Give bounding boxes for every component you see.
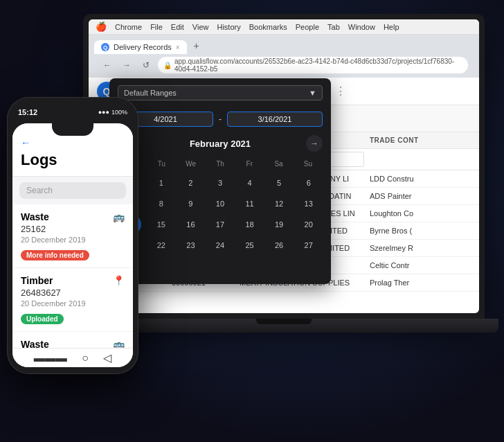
dp-day-4[interactable]: 4	[240, 173, 260, 193]
address-bar[interactable]: 🔒 app.qualisflow.com/accounts/26532b6e-a…	[158, 57, 468, 73]
cell-trade: Prolag Ther	[370, 279, 474, 287]
phone-item-icon-2: 📍	[113, 275, 125, 286]
dp-day-9[interactable]: 9	[181, 194, 200, 213]
phone-item-date-2: 20 December 2019	[21, 299, 125, 308]
dp-day-19[interactable]: 19	[269, 215, 289, 234]
phone: 15:12 ●●● 100% ← Logs Search Waste 🚌 251…	[7, 97, 138, 374]
dp-day-5[interactable]: 5	[269, 173, 289, 193]
dp-day-25[interactable]: 25	[240, 236, 260, 255]
laptop-bezel: 🍎 Chrome File Edit View History Bookmark…	[83, 14, 485, 319]
dp-weekdays: Mo Tu We Th Fr Sa Su	[118, 159, 323, 169]
phone-page-title: Logs	[21, 151, 125, 169]
dp-day-1[interactable]: 1	[152, 173, 171, 193]
lock-icon: 🔒	[163, 62, 172, 69]
tabs-row: Q Delivery Records × +	[94, 37, 474, 54]
dp-day-6[interactable]: 6	[299, 173, 318, 193]
battery-indicator: 100%	[111, 109, 127, 116]
mac-menu-items: Chrome File Edit View History Bookmarks …	[115, 23, 399, 31]
more-options-button[interactable]: ⋮	[335, 85, 346, 98]
tab-title: Delivery Records	[114, 43, 172, 51]
phone-item-header-3: Waste 🚌	[21, 339, 125, 348]
phone-item-header-2: Timber 📍	[21, 275, 125, 286]
dp-day-13[interactable]: 13	[299, 194, 318, 213]
phone-item-badge-1: More info needed	[21, 250, 89, 260]
dp-day-20[interactable]: 20	[299, 215, 318, 234]
dp-day-17[interactable]: 17	[210, 215, 230, 234]
weekday-tu: Tu	[147, 159, 176, 169]
dp-days-grid: 1 2 3 4 5 6 7 8 9 10 11 12 13 1	[118, 173, 323, 276]
refresh-button[interactable]: ↺	[138, 58, 154, 73]
back-button[interactable]: ←	[100, 58, 115, 73]
dp-day-27[interactable]: 27	[299, 236, 318, 255]
dp-range-label: Default Ranges	[124, 89, 177, 97]
phone-home-indicator[interactable]: ▬▬▬	[34, 352, 67, 364]
phone-home-button[interactable]: ○	[82, 352, 89, 364]
weekday-we: We	[177, 159, 206, 169]
dp-separator: -	[219, 114, 222, 124]
phone-item-category-2: Timber	[21, 275, 53, 286]
dp-range-dropdown[interactable]: Default Ranges ▼	[118, 85, 323, 100]
forward-button[interactable]: →	[119, 58, 134, 73]
dp-day-12[interactable]: 12	[269, 194, 289, 213]
mac-menu-history[interactable]: History	[217, 23, 240, 31]
dp-day-18[interactable]: 18	[240, 215, 260, 234]
cell-trade: Szerelmey R	[370, 244, 474, 252]
dp-day-23[interactable]: 23	[181, 236, 200, 255]
mac-menu-view[interactable]: View	[192, 23, 209, 31]
dp-day-11[interactable]: 11	[240, 194, 260, 213]
phone-status-bar: 15:12 ●●● 100%	[12, 104, 133, 121]
tab-close-button[interactable]: ×	[176, 44, 180, 51]
mac-menu-help[interactable]: Help	[384, 23, 399, 31]
apple-icon: 🍎	[96, 21, 107, 32]
browser-tab[interactable]: Q Delivery Records ×	[94, 40, 187, 54]
col-header-trade: TRADE CONT	[370, 136, 474, 144]
dp-day-8[interactable]: 8	[152, 194, 171, 213]
dp-day-2[interactable]: 2	[181, 173, 200, 193]
chrome-toolbar: ← → ↺ 🔒 app.qualisflow.com/accounts/2653…	[94, 54, 474, 78]
mac-menu-bookmarks[interactable]: Bookmarks	[249, 23, 287, 31]
mac-menu-file[interactable]: File	[150, 23, 163, 31]
cell-trade: Celtic Contr	[370, 261, 474, 269]
dp-dropdown-arrow: ▼	[309, 89, 316, 97]
cell-trade: Byrne Bros (	[370, 227, 474, 235]
dp-next-button[interactable]: →	[306, 135, 323, 152]
phone-back-gesture[interactable]: ◁	[103, 351, 111, 364]
dp-to-input[interactable]: 3/16/2021	[227, 112, 323, 127]
mac-menu-window[interactable]: Window	[348, 23, 375, 31]
phone-back-button[interactable]: ←	[21, 137, 125, 148]
phone-item-badge-2: Uploaded	[21, 314, 64, 324]
mac-menu-edit[interactable]: Edit	[171, 23, 184, 31]
weekday-sa: Sa	[264, 159, 293, 169]
mac-menu-people[interactable]: People	[296, 23, 319, 31]
mac-menu-tab[interactable]: Tab	[327, 23, 340, 31]
laptop: 🍎 Chrome File Edit View History Bookmark…	[83, 14, 485, 374]
new-tab-button[interactable]: +	[188, 37, 205, 54]
phone-item-category-1: Waste	[21, 211, 49, 222]
mac-menu-chrome[interactable]: Chrome	[115, 23, 142, 31]
dp-day-16[interactable]: 16	[181, 215, 200, 234]
weekday-su: Su	[294, 159, 323, 169]
phone-bottom-bar: ▬▬▬ ○ ◁	[12, 348, 133, 367]
dp-day-22[interactable]: 22	[152, 236, 171, 255]
dp-day-15[interactable]: 15	[152, 215, 171, 234]
phone-item-icon-3: 🚌	[113, 339, 125, 348]
phone-status-icons: ●●● 100%	[98, 109, 127, 116]
dp-nav: ← February 2021 →	[109, 131, 331, 156]
phone-item-id-2: 26483627	[21, 288, 125, 298]
phone-item-date-1: 20 December 2019	[21, 236, 125, 244]
dp-day-24[interactable]: 24	[210, 236, 230, 255]
dp-day-10[interactable]: 10	[210, 194, 230, 213]
tab-favicon: Q	[101, 43, 109, 51]
phone-list-item[interactable]: Waste 🚌 84636	[12, 332, 133, 348]
dp-day-3[interactable]: 3	[210, 173, 230, 193]
phone-notch	[52, 123, 93, 136]
phone-search-bar[interactable]: Search	[19, 182, 126, 199]
phone-list-item[interactable]: Waste 🚌 25162 20 December 2019 More info…	[12, 204, 133, 268]
dp-day-26[interactable]: 26	[269, 236, 289, 255]
phone-list-item[interactable]: Timber 📍 26483627 20 December 2019 Uploa…	[12, 268, 133, 332]
phone-time: 15:12	[18, 108, 37, 116]
laptop-screen: 🍎 Chrome File Edit View History Bookmark…	[89, 19, 479, 313]
weekday-th: Th	[206, 159, 235, 169]
dp-month-year: February 2021	[190, 139, 251, 149]
phone-item-header-1: Waste 🚌	[21, 211, 125, 222]
